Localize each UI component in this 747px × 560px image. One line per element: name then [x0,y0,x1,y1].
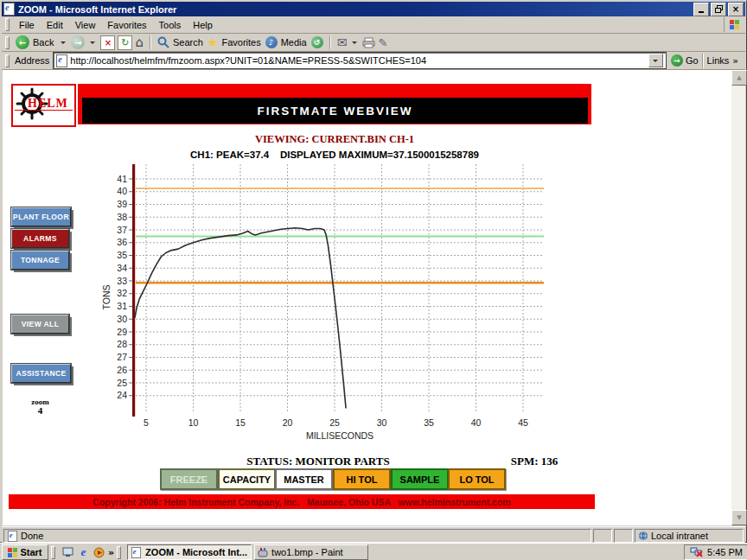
go-label[interactable]: Go [686,55,699,66]
tasks-grip[interactable] [117,546,121,559]
quicklaunch-grip[interactable] [51,546,55,559]
address-input[interactable]: e http://localhost/helmfm/fmzoom.aspx?UN… [54,53,666,68]
logo-text: HELM [28,97,68,111]
history-icon[interactable]: ↺ [311,36,323,48]
address-url[interactable]: http://localhost/helmfm/fmzoom.aspx?UNIT… [70,55,426,66]
menu-view[interactable]: View [69,18,102,32]
address-dropdown-button[interactable] [648,54,663,67]
mail-dropdown-icon[interactable] [352,41,357,44]
stop-icon[interactable]: × [100,35,115,50]
menu-help[interactable]: Help [187,18,219,32]
print-icon[interactable] [362,37,375,48]
sidebar-button-plant-floor[interactable]: PLANT FLOOR [11,207,71,226]
page-icon: e [56,54,67,67]
y-tick-label: 38 [117,212,127,222]
freeze-button[interactable]: FREEZE [160,468,218,490]
home-icon[interactable]: ⌂ [135,37,144,48]
links-chevron-icon[interactable]: » [732,55,738,67]
windows-brand-logo [724,17,745,32]
menu-tools[interactable]: Tools [153,18,188,32]
task1-label: ZOOM - Microsoft Int... [145,547,247,557]
mail-icon[interactable]: ✉ [337,37,348,48]
address-grip[interactable] [5,54,10,67]
menu-grip[interactable] [5,18,10,31]
start-label: Start [20,547,42,557]
zoom-value: 4 [11,406,69,415]
y-tick-label: 32 [117,288,127,298]
master-button[interactable]: MASTER [275,468,333,490]
search-label[interactable]: Search [173,37,203,48]
sidebar-button-alarms[interactable]: ALARMS [11,229,69,248]
header-banner: FIRSTMATE WEBVIEW [78,84,591,124]
menu-favorites[interactable]: Favorites [101,18,152,32]
taskbar-window-ie[interactable]: e ZOOM - Microsoft Int... [127,544,252,560]
quicklaunch-overflow-chevron[interactable]: » [108,547,114,558]
close-button[interactable]: × [728,3,744,16]
separator [702,54,704,67]
task2-label: two1.bmp - Paint [271,547,343,557]
lo-tol-button[interactable]: LO TOL [448,468,506,490]
tonnage-chart: 2425262728293031323334353637383940415101… [99,161,558,450]
x-axis-title: MILLISECONDS [306,430,374,441]
start-button[interactable]: Start [2,544,48,560]
browser-window: e ZOOM - Microsoft Internet Explorer × F… [0,0,747,543]
system-tray: 5:45 PM [684,544,747,560]
sidebar-button-assistance[interactable]: ASSISTANCE [11,364,71,383]
sample-button[interactable]: SAMPLE [391,468,449,490]
status-done-text: Done [21,531,43,541]
scroll-down-button[interactable]: ▼ [731,510,747,525]
security-zone-pane: Local intranet [635,529,744,543]
search-icon[interactable] [157,36,169,48]
logo-underline [15,110,73,111]
scroll-up-button[interactable]: ▲ [731,70,747,86]
minimize-button[interactable] [693,3,709,16]
clock[interactable]: 5:45 PM [707,547,743,557]
back-label[interactable]: Back [33,37,54,48]
menu-file[interactable]: File [13,18,41,32]
toolbar-grip[interactable] [5,36,10,49]
y-tick-label: 41 [117,174,127,184]
address-bar: Address e http://localhost/helmfm/fmzoom… [2,52,745,70]
security-zone-text: Local intranet [651,531,708,541]
status-pane: e Done [3,529,591,543]
back-icon[interactable]: ← [16,35,29,49]
y-axis-line [132,164,135,417]
forward-icon[interactable]: → [71,35,85,49]
back-dropdown-icon[interactable] [61,41,66,44]
title-bar: e ZOOM - Microsoft Internet Explorer × [2,2,745,16]
ie-task-icon: e [131,547,141,558]
favorites-label[interactable]: Favorites [221,37,260,48]
forward-dropdown-icon[interactable] [90,41,95,44]
restore-button[interactable] [711,3,726,16]
edit-icon[interactable]: ✎ [378,37,387,48]
go-icon[interactable]: → [671,54,683,67]
window-controls: × [692,3,744,16]
status-pane-empty [593,529,612,543]
hi-tol-button[interactable]: HI TOL [333,468,391,490]
y-tick-label: 36 [117,237,127,247]
menu-bar: FileEditViewFavoritesToolsHelp [2,16,745,34]
show-desktop-icon[interactable] [61,546,74,559]
y-tick-label: 33 [117,276,127,286]
network-disconnected-icon[interactable] [690,547,703,557]
y-tick-label: 28 [117,339,127,349]
capacity-button[interactable]: CAPACITY [218,468,276,490]
banner-title: FIRSTMATE WEBVIEW [258,105,413,118]
media-icon[interactable]: ♪ [265,36,278,48]
sidebar-button-view-all[interactable]: VIEW ALL [11,315,69,334]
y-tick-label: 40 [117,186,127,196]
refresh-icon[interactable]: ↻ [118,35,132,50]
y-axis-title: TONS [101,285,112,310]
links-label[interactable]: Links [707,55,730,66]
ie-quicklaunch-icon[interactable]: e [77,546,90,559]
media-label[interactable]: Media [281,37,307,48]
media-player-quicklaunch-icon[interactable] [93,546,105,559]
taskbar-window-paint[interactable]: two1.bmp - Paint [254,544,368,560]
favorites-icon[interactable]: ★ [208,37,219,48]
windows-flag-icon [729,19,741,30]
page-content: HELM FIRSTMATE WEBVIEW VIEWING: CURRENT.… [3,70,731,525]
vertical-scrollbar[interactable]: ▲ ▼ [731,70,745,525]
copyright-bar: Copyright 2006: Helm Instrument Company,… [9,494,595,509]
sidebar-button-tonnage[interactable]: TONNAGE [11,251,69,270]
menu-edit[interactable]: Edit [41,18,69,32]
